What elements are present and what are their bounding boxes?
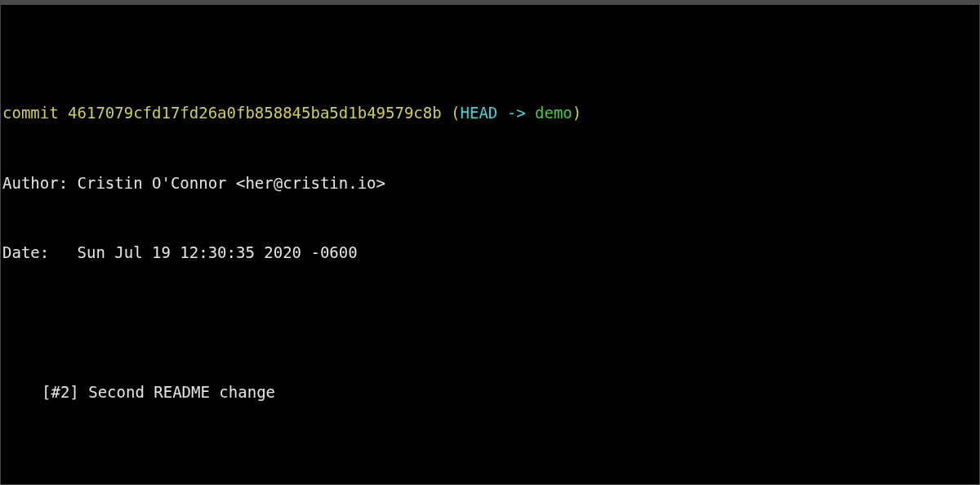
terminal-output: commit 4617079cfd17fd26a0fb858845ba5d1b4… <box>2 8 978 485</box>
commit-message: [#2] Second README change <box>2 380 978 404</box>
refs-close: ) <box>572 104 581 122</box>
date-line: Date: Sun Jul 19 12:30:35 2020 -0600 <box>2 241 978 265</box>
blank-line <box>2 451 978 474</box>
author-line: Author: Cristin O'Connor <her@cristin.io… <box>2 171 978 195</box>
refs-open: ( <box>442 104 461 122</box>
branch-ref: demo <box>535 104 572 122</box>
commit-hash: 4617079cfd17fd26a0fb858845ba5d1b49579c8b <box>68 104 442 122</box>
blank-line <box>2 311 978 335</box>
commit-label: commit <box>2 104 68 122</box>
commit-line: commit 4617079cfd17fd26a0fb858845ba5d1b4… <box>2 101 978 125</box>
head-ref: HEAD -> <box>461 104 536 122</box>
